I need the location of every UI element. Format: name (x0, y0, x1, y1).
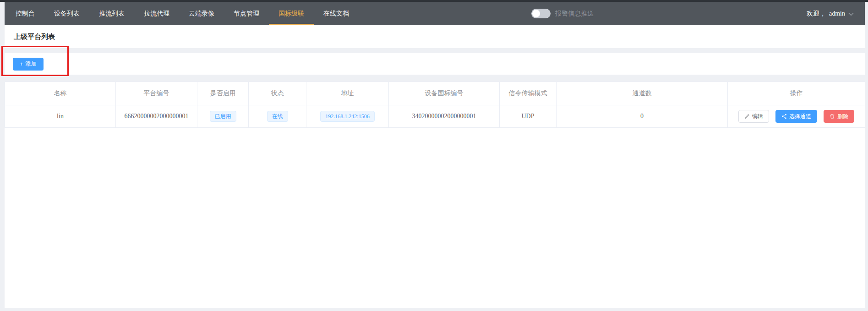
nav-menu: 控制台 设备列表 推流列表 拉流代理 云端录像 节点管理 国标级联 在线文档 (5, 2, 359, 25)
cell-channel-count: 0 (557, 105, 728, 128)
chevron-down-icon (848, 12, 854, 16)
address-badge[interactable]: 192.168.1.242:1506 (320, 111, 374, 122)
add-button[interactable]: + 添加 (13, 58, 44, 71)
nav-item-node-management[interactable]: 节点管理 (224, 2, 269, 25)
username: admin (829, 10, 845, 17)
select-channel-button[interactable]: 选择通道 (775, 110, 817, 123)
delete-button[interactable]: 删除 (824, 110, 854, 123)
edit-button-label: 编辑 (752, 113, 763, 120)
platform-table: 名称 平台编号 是否启用 状态 地址 设备国标编号 信令传输模式 通道数 操作 … (5, 82, 865, 128)
col-header-device-gb-id: 设备国标编号 (389, 82, 500, 105)
edit-pencil-icon (744, 114, 750, 119)
alarm-push-label: 报警信息推送 (555, 10, 594, 18)
share-icon (781, 114, 787, 119)
cell-device-gb-id: 34020000002000000001 (389, 105, 500, 128)
plus-icon: + (20, 61, 23, 67)
alarm-push-cluster: 报警信息推送 (531, 2, 594, 25)
table-header-row: 名称 平台编号 是否启用 状态 地址 设备国标编号 信令传输模式 通道数 操作 (5, 82, 865, 105)
nav-item-pull-stream-proxy[interactable]: 拉流代理 (134, 2, 179, 25)
enabled-badge: 已启用 (210, 111, 236, 122)
platform-table-card: 名称 平台编号 是否启用 状态 地址 设备国标编号 信令传输模式 通道数 操作 … (5, 82, 865, 308)
cell-actions: 编辑 选择通道 删除 (728, 105, 865, 128)
cell-name: lin (5, 105, 116, 128)
trash-icon (830, 114, 835, 119)
cell-enabled: 已启用 (197, 105, 249, 128)
select-channel-label: 选择通道 (789, 113, 811, 120)
edit-button[interactable]: 编辑 (738, 110, 769, 123)
toggle-knob (532, 10, 540, 17)
nav-item-push-stream-list[interactable]: 推流列表 (89, 2, 134, 25)
nav-item-console[interactable]: 控制台 (6, 2, 44, 25)
col-header-signal-transport: 信令传输模式 (500, 82, 557, 105)
welcome-text: 欢迎， (807, 10, 826, 18)
page-title: 上级平台列表 (14, 33, 55, 41)
col-header-platform-id: 平台编号 (116, 82, 197, 105)
add-button-label: 添加 (26, 60, 37, 68)
alarm-push-toggle[interactable] (531, 9, 551, 18)
col-header-status: 状态 (249, 82, 306, 105)
nav-item-online-docs[interactable]: 在线文档 (314, 2, 359, 25)
toolbar: + 添加 (5, 53, 865, 75)
cell-platform-id: 66620000002000000001 (116, 105, 197, 128)
col-header-actions: 操作 (728, 82, 865, 105)
cell-signal-transport: UDP (500, 105, 557, 128)
delete-button-label: 删除 (837, 113, 848, 120)
cell-address: 192.168.1.242:1506 (306, 105, 389, 128)
user-menu[interactable]: 欢迎，admin (807, 2, 854, 25)
cell-status: 在线 (249, 105, 306, 128)
col-header-enabled: 是否启用 (197, 82, 249, 105)
nav-item-gb-cascade[interactable]: 国标级联 (269, 2, 314, 25)
col-header-channel-count: 通道数 (557, 82, 728, 105)
table-row: lin 66620000002000000001 已启用 在线 192.168.… (5, 105, 865, 128)
col-header-address: 地址 (306, 82, 389, 105)
nav-item-cloud-recording[interactable]: 云端录像 (179, 2, 224, 25)
nav-item-device-list[interactable]: 设备列表 (44, 2, 89, 25)
col-header-name: 名称 (5, 82, 116, 105)
status-badge: 在线 (267, 111, 288, 122)
main-navbar: 控制台 设备列表 推流列表 拉流代理 云端录像 节点管理 国标级联 在线文档 报… (5, 2, 865, 25)
page-header: 上级平台列表 (5, 25, 865, 48)
